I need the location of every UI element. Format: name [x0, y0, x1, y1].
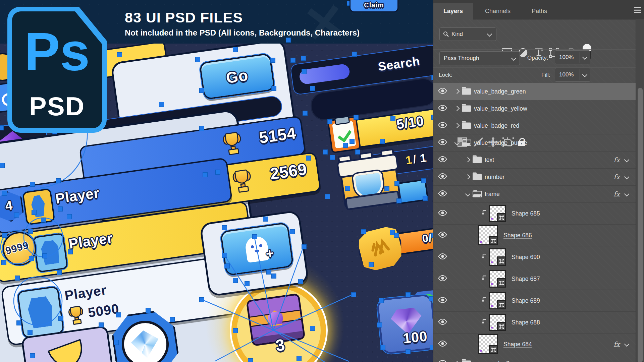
- claim-button[interactable]: Claim: [350, 0, 398, 12]
- selection-handle[interactable]: [369, 262, 374, 267]
- selection-handle[interactable]: [15, 276, 20, 281]
- selection-handle[interactable]: [29, 256, 34, 261]
- selection-handle[interactable]: [327, 119, 332, 124]
- tab-channels[interactable]: Channels: [474, 3, 521, 19]
- selection-handle[interactable]: [286, 38, 291, 43]
- selection-handle[interactable]: [406, 349, 411, 354]
- selection-handle[interactable]: [114, 340, 119, 345]
- selection-handle[interactable]: [390, 230, 395, 235]
- visibility-eye-icon[interactable]: [438, 360, 447, 362]
- opacity-input[interactable]: 100%: [555, 50, 590, 64]
- selection-handle[interactable]: [222, 225, 227, 230]
- visibility-eye-icon[interactable]: [438, 173, 447, 181]
- visibility-eye-icon[interactable]: [438, 232, 447, 239]
- player2-avatar[interactable]: [33, 233, 68, 273]
- selection-handle[interactable]: [199, 88, 204, 93]
- selection-handle[interactable]: [41, 218, 46, 223]
- selection-handle[interactable]: [2, 191, 7, 196]
- selection-handle[interactable]: [57, 270, 62, 275]
- visibility-eye-icon[interactable]: [438, 319, 447, 326]
- selection-handle[interactable]: [323, 149, 328, 155]
- selection-handle[interactable]: [354, 115, 359, 120]
- selection-handle[interactable]: [350, 139, 355, 144]
- selection-handle[interactable]: [0, 125, 4, 130]
- visibility-eye-icon[interactable]: [438, 275, 447, 283]
- visibility-eye-icon[interactable]: [438, 122, 447, 130]
- layer-thumbnail[interactable]: [489, 270, 506, 288]
- selection-handle[interactable]: [301, 56, 306, 61]
- selection-handle[interactable]: [58, 316, 63, 321]
- selection-handle[interactable]: [345, 186, 350, 191]
- selection-handle[interactable]: [32, 210, 37, 215]
- selection-handle[interactable]: [266, 269, 271, 275]
- selection-handle[interactable]: [355, 149, 360, 155]
- selection-handle[interactable]: [248, 358, 253, 362]
- selection-handle[interactable]: [380, 139, 385, 144]
- layer-thumbnail[interactable]: [478, 334, 498, 354]
- selection-handle[interactable]: [394, 181, 399, 186]
- visibility-eye-icon[interactable]: [438, 341, 447, 348]
- selection-handle[interactable]: [325, 194, 330, 199]
- selection-handle[interactable]: [379, 298, 384, 303]
- chevron-right-icon[interactable]: [454, 106, 460, 111]
- fx-badge[interactable]: fx: [613, 156, 620, 164]
- layer-row-value_badge_purple[interactable]: value_badge_purple: [433, 134, 636, 152]
- selection-handle[interactable]: [352, 52, 357, 57]
- layer-row-page-navi_off[interactable]: page navi_off: [433, 355, 636, 362]
- kind-filter-dropdown[interactable]: Kind: [439, 27, 496, 41]
- selection-handle[interactable]: [390, 116, 395, 121]
- selection-handle[interactable]: [146, 308, 151, 313]
- selection-handle[interactable]: [14, 213, 19, 218]
- selection-handle[interactable]: [30, 353, 35, 358]
- layer-row-value_badge_green[interactable]: value_badge_green: [433, 83, 636, 100]
- layer-row-shape-685[interactable]: Shape 685: [433, 203, 636, 225]
- selection-handle[interactable]: [58, 206, 63, 212]
- tab-paths[interactable]: Paths: [523, 3, 556, 19]
- selection-handle[interactable]: [298, 279, 303, 284]
- layer-thumbnail[interactable]: [489, 205, 506, 222]
- chevron-down-icon[interactable]: [624, 342, 630, 347]
- layer-row-shape-688[interactable]: Shape 688: [433, 312, 636, 334]
- selection-handle[interactable]: [1, 260, 6, 265]
- selection-handle[interactable]: [297, 356, 302, 361]
- selection-handle[interactable]: [380, 345, 385, 350]
- selection-handle[interactable]: [199, 297, 204, 302]
- chevron-down-icon[interactable]: [624, 157, 630, 163]
- selection-handle[interactable]: [351, 292, 356, 297]
- selection-handle[interactable]: [302, 244, 307, 249]
- layer-row-text[interactable]: textfx: [433, 152, 636, 169]
- selection-handle[interactable]: [421, 178, 426, 183]
- selection-handle[interactable]: [252, 234, 257, 239]
- selection-handle[interactable]: [271, 86, 276, 91]
- selection-handle[interactable]: [117, 52, 122, 57]
- selection-handle[interactable]: [2, 233, 7, 238]
- selection-handle[interactable]: [99, 322, 104, 327]
- layer-row-shape-689[interactable]: Shape 689: [433, 290, 636, 312]
- selection-handle[interactable]: [0, 163, 5, 168]
- player3-avatar[interactable]: [17, 286, 65, 339]
- visibility-eye-icon[interactable]: [438, 253, 447, 261]
- selection-handle[interactable]: [195, 57, 200, 62]
- selection-handle[interactable]: [233, 278, 238, 283]
- visibility-eye-icon[interactable]: [438, 297, 447, 305]
- fx-badge[interactable]: fx: [613, 173, 620, 181]
- selection-handle[interactable]: [430, 345, 433, 350]
- selection-handle[interactable]: [290, 58, 296, 63]
- player1-avatar[interactable]: [22, 188, 55, 225]
- selection-handle[interactable]: [423, 196, 428, 201]
- visibility-eye-icon[interactable]: [438, 105, 447, 113]
- chevron-down-icon[interactable]: [624, 174, 630, 180]
- visibility-eye-icon[interactable]: [438, 139, 447, 147]
- chevron-right-icon[interactable]: [465, 157, 471, 163]
- selection-handle[interactable]: [303, 111, 308, 116]
- chevron-right-icon[interactable]: [454, 89, 460, 94]
- selection-handle[interactable]: [16, 320, 21, 325]
- chevron-down-icon[interactable]: [624, 191, 630, 197]
- selection-handle[interactable]: [28, 229, 33, 234]
- fill-input[interactable]: 100%: [555, 68, 590, 82]
- chevron-right-icon[interactable]: [465, 174, 471, 180]
- panel-menu-icon[interactable]: [634, 7, 641, 12]
- layer-row-shape-690[interactable]: Shape 690: [433, 246, 636, 268]
- visibility-eye-icon[interactable]: [438, 88, 447, 96]
- selection-handle[interactable]: [222, 253, 227, 258]
